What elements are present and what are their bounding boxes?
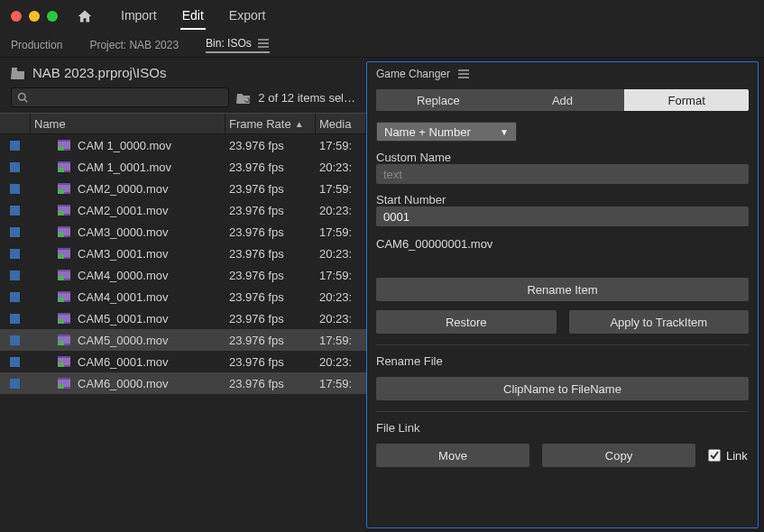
row-select-cell[interactable] <box>0 243 31 264</box>
move-button[interactable]: Move <box>376 444 529 467</box>
row-name-cell[interactable]: CAM4_0000.mov <box>31 264 226 286</box>
menu-export[interactable]: Export <box>227 3 267 30</box>
row-name-cell[interactable]: CAM3_0000.mov <box>31 221 226 243</box>
home-button[interactable] <box>72 4 97 29</box>
new-bin-icon[interactable]: 🔍 <box>236 91 251 104</box>
row-name-cell[interactable]: CAM 1_0001.mov <box>31 156 226 178</box>
table-row[interactable]: CAM5_0001.mov23.976 fps20:23: <box>0 307 366 329</box>
row-name-cell[interactable]: CAM6_0000.mov <box>31 372 226 394</box>
row-select-cell[interactable] <box>0 178 31 199</box>
custom-name-input[interactable] <box>376 164 749 184</box>
svg-rect-43 <box>58 319 64 324</box>
row-name-cell[interactable]: CAM 1_0000.mov <box>31 134 226 156</box>
svg-rect-37 <box>58 291 70 293</box>
table-row[interactable]: CAM2_0000.mov23.976 fps17:59: <box>0 178 366 199</box>
select-marker <box>10 162 20 172</box>
table-row[interactable]: CAM4_0000.mov23.976 fps17:59: <box>0 264 366 286</box>
table-row[interactable]: CAM5_0000.mov23.976 fps17:59: <box>0 329 366 351</box>
svg-rect-45 <box>58 335 70 336</box>
breadcrumb-project[interactable]: Project: NAB 2023 <box>89 39 179 51</box>
row-select-cell[interactable] <box>0 372 31 394</box>
row-name-cell[interactable]: CAM5_0001.mov <box>31 307 226 329</box>
table-row[interactable]: CAM6_0001.mov23.976 fps20:23: <box>0 351 366 372</box>
custom-name-label: Custom Name <box>376 151 749 164</box>
maximize-window-button[interactable] <box>47 11 58 22</box>
clip-icon <box>58 356 70 367</box>
bin-icon <box>11 67 25 79</box>
row-framerate-cell: 23.976 fps <box>226 134 316 156</box>
rename-item-button[interactable]: Rename Item <box>376 278 749 301</box>
row-framerate-cell: 23.976 fps <box>226 264 316 286</box>
table-row[interactable]: CAM3_0000.mov23.976 fps17:59: <box>0 221 366 243</box>
row-select-cell[interactable] <box>0 329 31 351</box>
search-input-wrapper[interactable] <box>11 87 229 107</box>
tab-replace[interactable]: Replace <box>376 89 501 111</box>
row-name: CAM5_0000.mov <box>78 334 168 347</box>
row-select-cell[interactable] <box>0 134 31 156</box>
row-select-cell[interactable] <box>0 264 31 286</box>
row-name-cell[interactable]: CAM2_0001.mov <box>31 199 226 221</box>
breadcrumb-bin[interactable]: Bin: ISOs <box>206 37 270 53</box>
table-row[interactable]: CAM3_0001.mov23.976 fps20:23: <box>0 243 366 264</box>
project-path: NAB 2023.prproj\ISOs <box>0 58 366 84</box>
project-path-text: NAB 2023.prproj\ISOs <box>32 65 166 80</box>
row-name-cell[interactable]: CAM2_0000.mov <box>31 178 226 199</box>
row-select-cell[interactable] <box>0 307 31 329</box>
panel-menu-icon[interactable] <box>257 39 270 48</box>
row-name: CAM3_0000.mov <box>78 225 168 239</box>
menu-edit[interactable]: Edit <box>180 3 206 30</box>
format-mode-dropdown[interactable]: Name + Number ▼ <box>376 122 517 142</box>
start-number-input[interactable] <box>376 206 749 226</box>
table-row[interactable]: CAM 1_0001.mov23.976 fps20:23: <box>0 156 366 178</box>
row-select-cell[interactable] <box>0 286 31 307</box>
row-select-cell[interactable] <box>0 351 31 372</box>
row-framerate-cell: 23.976 fps <box>226 329 316 351</box>
row-select-cell[interactable] <box>0 221 31 243</box>
link-checkbox[interactable]: Link <box>708 449 748 463</box>
row-name-cell[interactable]: CAM3_0001.mov <box>31 243 226 264</box>
svg-rect-13 <box>58 161 70 163</box>
select-marker <box>10 314 20 324</box>
row-select-cell[interactable] <box>0 199 31 221</box>
col-select[interactable] <box>0 114 31 133</box>
copy-button[interactable]: Copy <box>542 444 695 467</box>
divider <box>376 344 749 345</box>
close-window-button[interactable] <box>11 11 22 22</box>
minimize-window-button[interactable] <box>29 11 40 22</box>
restore-button[interactable]: Restore <box>376 310 557 334</box>
col-name[interactable]: Name <box>31 114 226 133</box>
row-name-cell[interactable]: CAM5_0000.mov <box>31 329 226 351</box>
clip-icon <box>58 161 70 172</box>
clipname-to-filename-button[interactable]: ClipName to FileName <box>376 377 749 400</box>
table-row[interactable]: CAM2_0001.mov23.976 fps20:23: <box>0 199 366 221</box>
col-media[interactable]: Media <box>316 114 366 133</box>
svg-rect-17 <box>58 183 70 185</box>
panel-title: Game Changer <box>376 68 450 80</box>
search-input[interactable] <box>28 91 223 104</box>
svg-rect-35 <box>58 276 64 280</box>
apply-to-trackitem-button[interactable]: Apply to TrackItem <box>569 310 750 334</box>
row-name: CAM3_0001.mov <box>78 247 168 261</box>
panel-menu-icon[interactable] <box>457 69 470 78</box>
breadcrumb-production[interactable]: Production <box>11 39 62 51</box>
row-framerate-cell: 23.976 fps <box>226 351 316 372</box>
row-name-cell[interactable]: CAM6_0001.mov <box>31 351 226 372</box>
menu-import[interactable]: Import <box>119 3 159 30</box>
mode-tabs: Replace Add Format <box>376 89 749 111</box>
svg-rect-3 <box>12 68 17 69</box>
filename-preview: CAM6_00000001.mov <box>376 237 749 251</box>
select-marker <box>10 335 20 345</box>
col-frame-rate[interactable]: Frame Rate▲ <box>226 114 316 133</box>
check-icon <box>710 451 719 460</box>
tab-format[interactable]: Format <box>624 89 749 111</box>
table-row[interactable]: CAM4_0001.mov23.976 fps20:23: <box>0 286 366 307</box>
row-framerate-cell: 23.976 fps <box>226 307 316 329</box>
home-icon <box>77 9 93 23</box>
row-media-cell: 20:23: <box>316 156 366 178</box>
table-row[interactable]: CAM6_0000.mov23.976 fps17:59: <box>0 372 366 394</box>
row-name-cell[interactable]: CAM4_0001.mov <box>31 286 226 307</box>
row-media-cell: 20:23: <box>316 286 366 307</box>
tab-add[interactable]: Add <box>501 89 625 111</box>
table-row[interactable]: CAM 1_0000.mov23.976 fps17:59: <box>0 134 366 156</box>
row-select-cell[interactable] <box>0 156 31 178</box>
